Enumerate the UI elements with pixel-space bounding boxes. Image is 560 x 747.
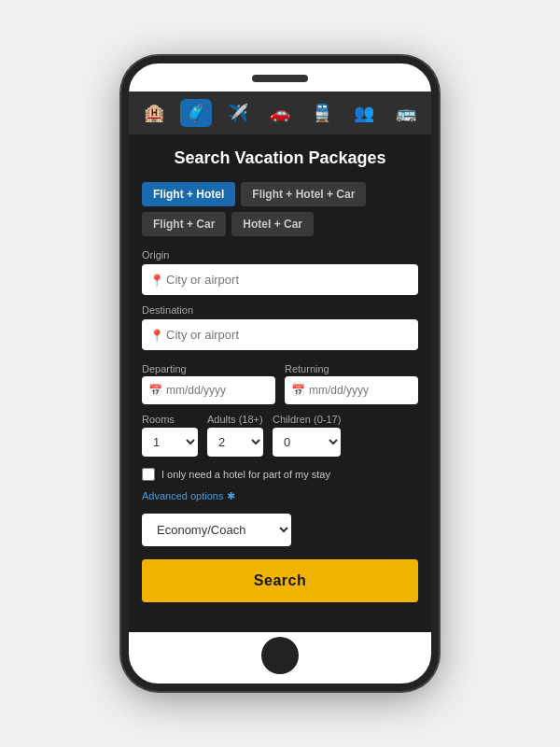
tab-hotel[interactable]: 🏨: [138, 99, 170, 127]
tab-rail[interactable]: 🚆: [306, 99, 338, 127]
search-button[interactable]: Search: [142, 559, 418, 602]
package-type-selector: Flight + Hotel Flight + Hotel + Car Flig…: [142, 182, 418, 236]
main-content: Search Vacation Packages Flight + Hotel …: [129, 134, 431, 632]
origin-input[interactable]: [142, 264, 418, 295]
phone-home-button[interactable]: [261, 637, 299, 674]
adults-label: Adults (18+): [207, 414, 263, 425]
pkg-flight-hotel-car[interactable]: Flight + Hotel + Car: [241, 182, 366, 206]
tab-flight[interactable]: ✈️: [222, 99, 254, 127]
phone-screen: 🏨 🧳 ✈️ 🚗 🚆 👥 🚌 Search Vacation Pa: [129, 92, 431, 632]
nav-tabs: 🏨 🧳 ✈️ 🚗 🚆 👥 🚌: [129, 92, 431, 134]
tab-car[interactable]: 🚗: [264, 99, 296, 127]
origin-location-icon: 📍: [149, 273, 164, 287]
destination-input[interactable]: [142, 319, 418, 350]
cabin-class-select[interactable]: Economy/Coach Business First Class Premi…: [142, 514, 291, 546]
children-field: Children (0-17) 0 1 2 3 4: [273, 414, 341, 457]
hotel-icon: 🏨: [144, 103, 164, 123]
phone-frame: 🏨 🧳 ✈️ 🚗 🚆 👥 🚌 Search Vacation Pa: [121, 56, 439, 691]
hotel-only-label: I only need a hotel for part of my stay: [161, 469, 330, 480]
rooms-select[interactable]: 1 2 3 4 5: [142, 428, 198, 457]
tab-packages[interactable]: 🧳: [180, 99, 212, 127]
departing-field: Departing 📅: [142, 359, 275, 404]
adults-select[interactable]: 1 2 3 4 5 6: [207, 428, 263, 457]
rooms-label: Rooms: [142, 414, 198, 425]
departing-label: Departing: [142, 363, 187, 374]
tab-bus[interactable]: 🚌: [390, 99, 422, 127]
rail-icon: 🚆: [312, 103, 332, 123]
returning-field: Returning 📅: [285, 359, 418, 404]
origin-field: 📍: [142, 264, 418, 295]
groups-icon: 👥: [354, 103, 374, 123]
bus-icon: 🚌: [396, 103, 416, 123]
tab-groups[interactable]: 👥: [348, 99, 380, 127]
pkg-flight-hotel[interactable]: Flight + Hotel: [142, 182, 235, 206]
date-row: Departing 📅 Returning 📅: [142, 359, 418, 404]
returning-calendar-icon: 📅: [291, 384, 305, 397]
returning-label: Returning: [285, 363, 329, 374]
destination-field: 📍: [142, 319, 418, 350]
departing-calendar-icon: 📅: [148, 384, 162, 397]
destination-location-icon: 📍: [149, 328, 164, 342]
pkg-hotel-car[interactable]: Hotel + Car: [231, 212, 314, 236]
packages-icon: 🧳: [186, 103, 206, 123]
children-select[interactable]: 0 1 2 3 4: [273, 428, 341, 457]
phone-speaker: [252, 75, 308, 82]
flight-icon: ✈️: [228, 103, 248, 123]
advanced-options-link[interactable]: Advanced options ✱: [142, 490, 418, 502]
counters-row: Rooms 1 2 3 4 5 Adults (18+) 1 2 3: [142, 414, 418, 457]
destination-label: Destination: [142, 304, 418, 316]
rooms-field: Rooms 1 2 3 4 5: [142, 414, 198, 457]
hotel-only-row: I only need a hotel for part of my stay: [142, 468, 418, 481]
adults-field: Adults (18+) 1 2 3 4 5 6: [207, 414, 263, 457]
car-icon: 🚗: [270, 103, 290, 123]
pkg-flight-car[interactable]: Flight + Car: [142, 212, 226, 236]
hotel-only-checkbox[interactable]: [142, 468, 155, 481]
page-title: Search Vacation Packages: [142, 148, 418, 169]
children-label: Children (0-17): [273, 414, 341, 425]
origin-label: Origin: [142, 249, 418, 261]
